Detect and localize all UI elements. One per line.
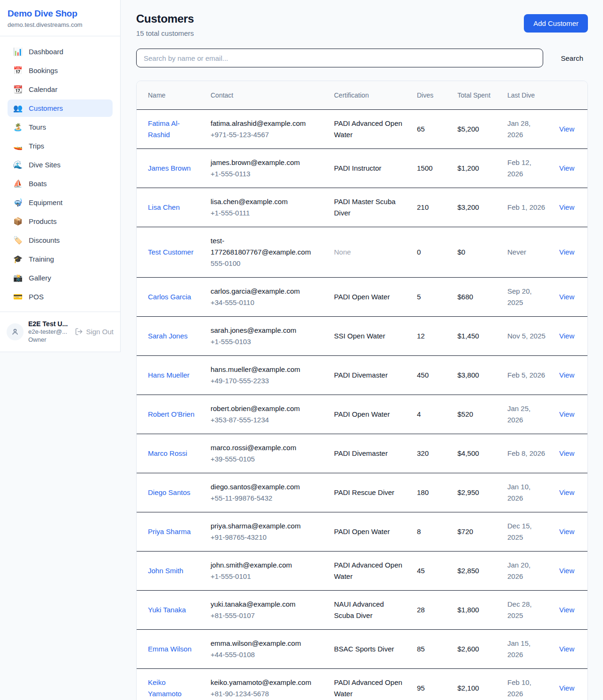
customer-dives: 1500	[411, 148, 452, 188]
view-link[interactable]: View	[559, 449, 574, 457]
customer-name-link[interactable]: Diego Santos	[148, 488, 190, 496]
customer-name-link[interactable]: Priya Sharma	[148, 527, 191, 535]
customer-phone: +81-555-0107	[211, 610, 323, 621]
brand-domain: demo.test.divestreams.com	[8, 21, 113, 28]
customer-count: 15 total customers	[136, 29, 194, 37]
table-row: Lisa Chen lisa.chen@example.com +1-555-0…	[137, 188, 588, 227]
customer-email: hans.mueller@example.com	[211, 364, 323, 375]
customer-total-spent: $720	[452, 512, 502, 551]
table-row: Sarah Jones sarah.jones@example.com +1-5…	[137, 316, 588, 355]
table-row: Test Customer test-1772681807767@example…	[137, 227, 588, 277]
view-link[interactable]: View	[559, 203, 574, 211]
customer-email: test-1772681807767@example.com	[211, 235, 323, 258]
customer-certification: BSAC Sports Diver	[328, 629, 411, 668]
sidebar-item-tours[interactable]: 🏝️ Tours	[8, 118, 113, 136]
customer-certification: NAUI Advanced Scuba Diver	[328, 590, 411, 629]
customer-name-link[interactable]: Yuki Tanaka	[148, 606, 186, 614]
view-link[interactable]: View	[559, 164, 574, 172]
customer-name-link[interactable]: Test Customer	[148, 248, 194, 256]
speedboat-icon: 🚤	[13, 142, 23, 150]
view-link[interactable]: View	[559, 645, 574, 653]
customer-dives: 180	[411, 473, 452, 512]
sidebar-item-equipment[interactable]: 🤿 Equipment	[8, 194, 113, 211]
customer-email: keiko.yamamoto@example.com	[211, 677, 323, 688]
search-button[interactable]: Search	[556, 51, 588, 65]
sidebar-item-discounts[interactable]: 🏷️ Discounts	[8, 231, 113, 249]
customer-total-spent: $4,500	[452, 434, 502, 473]
table-row: Fatima Al-Rashid fatima.alrashid@example…	[137, 109, 588, 148]
sidebar-item-pos[interactable]: 💳 POS	[8, 288, 113, 305]
sidebar-item-dive-sites[interactable]: 🌊 Dive Sites	[8, 156, 113, 173]
sidebar-item-trips[interactable]: 🚤 Trips	[8, 137, 113, 155]
camera-icon: 📸	[13, 274, 23, 282]
view-link[interactable]: View	[559, 527, 574, 535]
view-link[interactable]: View	[559, 684, 574, 692]
customer-name-link[interactable]: Robert O'Brien	[148, 410, 195, 418]
customer-phone: 555-0100	[211, 258, 323, 269]
diving-mask-icon: 🤿	[13, 199, 23, 206]
customer-email: sarah.jones@example.com	[211, 325, 323, 336]
customer-name-link[interactable]: Keiko Yamamoto	[148, 678, 181, 698]
wave-icon: 🌊	[13, 161, 23, 169]
customer-name-link[interactable]: Fatima Al-Rashid	[148, 119, 180, 139]
view-link[interactable]: View	[559, 567, 574, 575]
customer-phone: +1-555-0101	[211, 571, 323, 582]
sidebar-item-label: Customers	[29, 104, 63, 112]
sidebar-item-label: Gallery	[29, 274, 51, 282]
view-link[interactable]: View	[559, 410, 574, 418]
column-header-certification: Certification	[328, 81, 411, 109]
sidebar-item-customers[interactable]: 👥 Customers	[8, 99, 113, 117]
sidebar-item-boats[interactable]: ⛵ Boats	[8, 175, 113, 192]
customer-total-spent: $2,600	[452, 629, 502, 668]
label-tag-icon: 🏷️	[13, 237, 23, 244]
customer-name-link[interactable]: James Brown	[148, 164, 191, 172]
column-header-dives: Dives	[411, 81, 452, 109]
view-link[interactable]: View	[559, 248, 574, 256]
customer-last-dive: Feb 1, 2026	[502, 188, 554, 227]
customer-name-link[interactable]: Carlos Garcia	[148, 293, 191, 301]
customer-phone: +34-555-0110	[211, 297, 323, 308]
customer-phone: +91-98765-43210	[211, 532, 323, 543]
view-link[interactable]: View	[559, 371, 574, 379]
customer-name-link[interactable]: Hans Mueller	[148, 371, 189, 379]
customer-last-dive: Dec 28, 2025	[502, 590, 554, 629]
customer-phone: +55-11-99876-5432	[211, 493, 323, 504]
customer-certification: PADI Open Water	[328, 395, 411, 434]
sidebar-item-gallery[interactable]: 📸 Gallery	[8, 269, 113, 287]
customer-name-link[interactable]: John Smith	[148, 567, 183, 575]
view-link[interactable]: View	[559, 488, 574, 496]
view-link[interactable]: View	[559, 606, 574, 614]
table-row: Keiko Yamamoto keiko.yamamoto@example.co…	[137, 668, 588, 700]
view-link[interactable]: View	[559, 332, 574, 340]
sidebar-item-training[interactable]: 🎓 Training	[8, 250, 113, 268]
bar-chart-icon: 📊	[13, 48, 23, 56]
sidebar-item-bookings[interactable]: 📅 Bookings	[8, 62, 113, 79]
sidebar-item-dashboard[interactable]: 📊 Dashboard	[8, 43, 113, 60]
view-link[interactable]: View	[559, 125, 574, 133]
customer-last-dive: Feb 8, 2026	[502, 434, 554, 473]
user-name: E2E Test U...	[28, 320, 68, 328]
page-header: Customers 15 total customers Add Custome…	[136, 12, 588, 37]
column-header-contact: Contact	[205, 81, 328, 109]
customer-dives: 5	[411, 277, 452, 316]
customer-total-spent: $680	[452, 277, 502, 316]
customer-certification: PADI Master Scuba Diver	[328, 188, 411, 227]
people-icon: 👥	[13, 105, 23, 112]
customer-email: james.brown@example.com	[211, 157, 323, 168]
customer-name-link[interactable]: Sarah Jones	[148, 332, 187, 340]
customer-name-link[interactable]: Emma Wilson	[148, 645, 192, 653]
user-info: E2E Test U... e2e-tester@... Owner	[28, 320, 68, 344]
sidebar-item-calendar[interactable]: 📆 Calendar	[8, 81, 113, 98]
table-row: James Brown james.brown@example.com +1-5…	[137, 148, 588, 188]
table-row: John Smith john.smith@example.com +1-555…	[137, 551, 588, 590]
search-input[interactable]	[136, 49, 543, 67]
add-customer-button[interactable]: Add Customer	[524, 14, 588, 33]
customer-name-link[interactable]: Lisa Chen	[148, 203, 180, 211]
sidebar-item-label: Boats	[29, 180, 47, 188]
sidebar-item-label: Discounts	[29, 236, 60, 244]
customer-name-link[interactable]: Marco Rossi	[148, 449, 187, 457]
view-link[interactable]: View	[559, 293, 574, 301]
sign-out-button[interactable]: Sign Out	[75, 328, 114, 336]
sidebar-item-products[interactable]: 📦 Products	[8, 213, 113, 230]
customer-last-dive: Feb 10, 2026	[502, 668, 554, 700]
